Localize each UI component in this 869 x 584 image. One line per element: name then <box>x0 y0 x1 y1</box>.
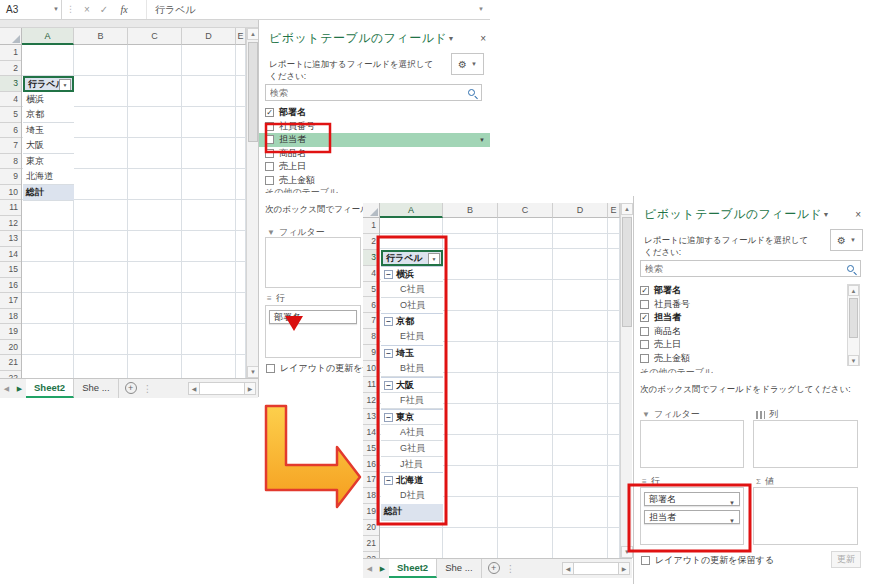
name-box-dropdown-icon[interactable]: ▼ <box>50 0 62 19</box>
field-item-2[interactable]: ✓担当者 <box>640 311 845 325</box>
field-checkbox[interactable]: ✓ <box>640 313 649 322</box>
sheet-nav-right-icon[interactable]: ▶ <box>13 379 26 398</box>
sheet-nav-right-icon[interactable]: ▶ <box>376 559 389 578</box>
pivot-cell[interactable]: E社員 <box>381 329 443 345</box>
collapse-icon[interactable]: − <box>384 381 393 390</box>
field-item-1[interactable]: 社員番号 <box>640 298 845 312</box>
row-header-12[interactable]: 12 <box>0 216 21 232</box>
scroll-left-icon[interactable]: ◀ <box>188 382 200 395</box>
row-header-10[interactable]: 10 <box>0 185 21 201</box>
scroll-down-icon[interactable]: ▼ <box>848 355 859 366</box>
row-header-5[interactable]: 5 <box>0 107 21 123</box>
defer-checkbox[interactable] <box>641 556 650 565</box>
field-checkbox[interactable] <box>640 300 649 309</box>
field-checkbox[interactable] <box>265 162 274 171</box>
pivot-cell[interactable]: C社員 <box>381 282 443 298</box>
row-header-11[interactable]: 11 <box>0 200 21 216</box>
pivot-cell[interactable]: J社員 <box>381 457 443 473</box>
row-header-17[interactable]: 17 <box>363 472 379 488</box>
column-header-E[interactable]: E <box>608 203 620 218</box>
cancel-icon[interactable]: × <box>80 0 94 19</box>
sheet-tab-other[interactable]: She ... <box>437 559 481 578</box>
rows-area-box[interactable]: 部署名▼担当者▼ <box>640 487 744 545</box>
row-header-15[interactable]: 15 <box>0 262 21 278</box>
row-header-19[interactable]: 19 <box>363 504 379 520</box>
scrollbar-thumb[interactable] <box>622 217 632 327</box>
pivot-cell[interactable]: −横浜 <box>381 266 443 282</box>
insert-function-icon[interactable]: fx <box>116 0 132 19</box>
row-header-11[interactable]: 11 <box>363 377 379 393</box>
field-item-5[interactable]: 売上金額 <box>640 352 845 366</box>
sheet-nav-left-icon[interactable]: ◀ <box>363 559 376 578</box>
row-header-6[interactable]: 6 <box>0 123 21 139</box>
pivot-cell[interactable]: 北海道 <box>23 169 74 185</box>
pivot-cell[interactable]: 京都 <box>23 107 74 123</box>
tools-button[interactable]: ⚙ ▼ <box>830 229 863 251</box>
field-item-0[interactable]: ✓部署名 <box>265 106 482 120</box>
more-tables-label[interactable]: その他のテーブル <box>640 366 713 373</box>
filter-area-box[interactable] <box>640 420 744 468</box>
horizontal-scrollbar[interactable]: ◀ ▶ <box>188 379 256 398</box>
row-area-field[interactable]: 部署名 <box>269 310 357 324</box>
formula-bar-expand-icon[interactable]: ▼ <box>478 0 484 19</box>
row-header-10[interactable]: 10 <box>363 361 379 377</box>
row-header-17[interactable]: 17 <box>0 293 21 309</box>
row-header-20[interactable]: 20 <box>0 340 21 356</box>
pivot-cell[interactable]: −北海道 <box>381 472 443 488</box>
field-item-1[interactable]: 社員番号 <box>265 120 482 134</box>
row-labels-filter-icon[interactable]: ▼ <box>428 253 440 265</box>
column-header-B[interactable]: B <box>74 28 128 45</box>
scrollbar-thumb[interactable] <box>849 298 858 338</box>
row-area-field[interactable]: 部署名▼ <box>644 492 740 506</box>
row-header-4[interactable]: 4 <box>0 92 21 108</box>
scrollbar-track[interactable] <box>574 562 618 575</box>
search-input[interactable] <box>645 264 847 274</box>
field-checkbox[interactable] <box>265 149 274 158</box>
row-header-16[interactable]: 16 <box>363 457 379 473</box>
chevron-down-icon[interactable]: ▼ <box>729 515 735 527</box>
horizontal-scrollbar[interactable]: ◀ ▶ <box>562 559 630 578</box>
tools-button[interactable]: ⚙ ▼ <box>451 53 484 75</box>
row-header-18[interactable]: 18 <box>0 309 21 325</box>
select-all-corner[interactable] <box>363 203 380 218</box>
rows-area-box[interactable]: 部署名 <box>265 305 361 358</box>
update-button[interactable]: 更新 <box>831 551 861 568</box>
row-header-7[interactable]: 7 <box>363 313 379 329</box>
add-sheet-icon[interactable]: + <box>125 382 137 394</box>
pivot-cell[interactable]: 総計 <box>23 185 74 201</box>
pivot-cell[interactable]: 埼玉 <box>23 123 74 139</box>
pane-options-icon[interactable]: ▼ <box>822 211 829 218</box>
row-labels-filter-icon[interactable]: ▼ <box>59 79 71 91</box>
pivot-cell[interactable]: G社員 <box>381 441 443 457</box>
field-item-0[interactable]: ✓部署名 <box>640 284 845 298</box>
column-header-D[interactable]: D <box>182 28 236 45</box>
row-header-2[interactable]: 2 <box>0 61 21 77</box>
row-header-13[interactable]: 13 <box>0 231 21 247</box>
row-header-14[interactable]: 14 <box>0 247 21 263</box>
pivot-cell[interactable]: D社員 <box>381 488 443 504</box>
row-header-19[interactable]: 19 <box>0 324 21 340</box>
enter-icon[interactable]: ✓ <box>97 0 111 19</box>
row-header-2[interactable]: 2 <box>363 234 379 250</box>
pivot-cell[interactable]: O社員 <box>381 298 443 314</box>
sheet-nav-left-icon[interactable]: ◀ <box>0 379 13 398</box>
row-header-9[interactable]: 9 <box>0 169 21 185</box>
search-input[interactable] <box>270 88 468 98</box>
field-checkbox[interactable] <box>265 176 274 185</box>
column-header-C[interactable]: C <box>498 203 553 218</box>
row-header-21[interactable]: 21 <box>363 536 379 552</box>
scroll-right-icon[interactable]: ▶ <box>618 562 630 575</box>
field-item-4[interactable]: 売上日 <box>265 160 482 174</box>
field-item-4[interactable]: 売上日 <box>640 338 845 352</box>
pivot-row-labels-cell[interactable]: 行ラベル▼ <box>381 250 443 266</box>
row-header-3[interactable]: 3 <box>363 250 379 266</box>
vertical-scrollbar[interactable]: ▲ ▼ <box>246 28 258 378</box>
row-header-8[interactable]: 8 <box>0 154 21 170</box>
row-header-6[interactable]: 6 <box>363 298 379 314</box>
field-checkbox[interactable] <box>640 354 649 363</box>
formula-bar-value[interactable]: 行ラベル <box>146 0 196 19</box>
scrollbar-thumb[interactable] <box>248 42 258 142</box>
row-header-1[interactable]: 1 <box>363 218 379 234</box>
sheet-tab-sheet2[interactable]: Sheet2 <box>26 379 74 398</box>
column-header-E[interactable]: E <box>236 28 246 45</box>
